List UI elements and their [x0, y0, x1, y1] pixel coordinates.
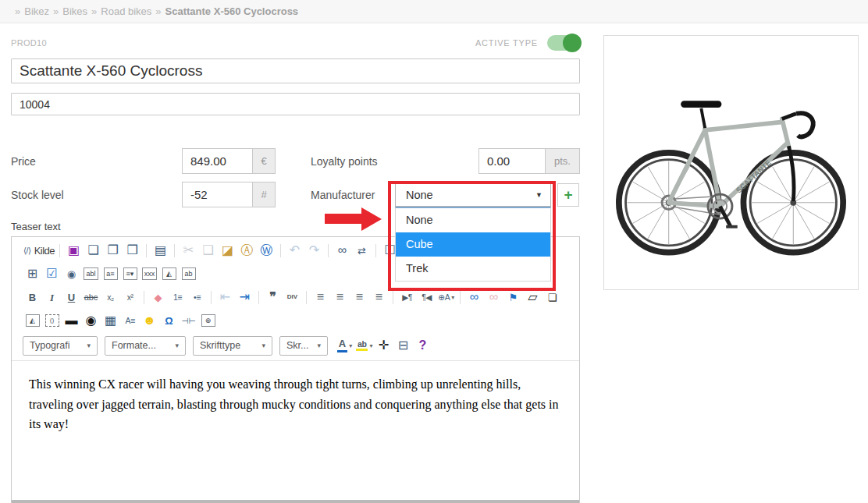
teaser-paragraph: This winning CX racer will having you we…: [29, 374, 562, 434]
stock-input[interactable]: [182, 182, 252, 207]
anchor-icon[interactable]: ⚑: [504, 289, 522, 306]
manufacturer-option-trek[interactable]: Trek: [396, 257, 550, 281]
toolbar-separator: [375, 244, 376, 257]
bg-color-icon[interactable]: ab▾: [355, 337, 373, 354]
add-manufacturer-button[interactable]: +: [557, 183, 579, 207]
replace-icon[interactable]: ⇄: [353, 242, 371, 259]
link-icon[interactable]: ∞: [465, 289, 483, 306]
paste-icon[interactable]: ◪: [219, 242, 237, 259]
special-char-icon[interactable]: Ω: [160, 312, 178, 329]
table-icon[interactable]: ▦: [101, 312, 119, 329]
manufacturer-select[interactable]: None ▼: [395, 183, 551, 207]
checkbox-icon[interactable]: ☑: [43, 265, 61, 282]
select-field-icon[interactable]: ≡▾: [121, 265, 139, 282]
button-icon[interactable]: xxx: [141, 265, 158, 282]
format-select[interactable]: Formate...▾: [105, 336, 186, 356]
numbered-list-icon[interactable]: 1≡: [169, 289, 187, 306]
manufacturer-options-panel: NoneCubeTrek: [395, 207, 551, 282]
new-page-icon[interactable]: ❏: [84, 242, 102, 259]
bike-frame-text: SCATTANTE: [735, 158, 774, 194]
textarea-icon[interactable]: a≡: [101, 265, 119, 282]
language-icon[interactable]: ⊕A▾: [437, 289, 455, 306]
price-input[interactable]: [182, 148, 252, 174]
div-container-icon[interactable]: ⟨⟩: [43, 312, 61, 329]
source-button[interactable]: ⟨/⟩Kilde: [23, 242, 55, 259]
folder-icon[interactable]: ▱: [524, 289, 542, 306]
maximize-icon[interactable]: ✛: [375, 337, 393, 354]
indent-icon[interactable]: ⇥: [236, 289, 254, 306]
toolbar-separator: [280, 244, 281, 257]
blockquote-icon[interactable]: ❞: [264, 289, 282, 306]
bullet-list-icon[interactable]: •≡: [188, 289, 206, 306]
page-break-icon[interactable]: ⊣⊢: [180, 312, 197, 329]
chevron-down-icon: ▾: [261, 342, 265, 349]
style-select[interactable]: Typografi▾: [23, 336, 98, 356]
active-type-label: ACTIVE TYPE: [475, 38, 538, 48]
size-select[interactable]: Skr...▾: [279, 336, 328, 356]
hr-icon[interactable]: A≡: [121, 312, 139, 329]
preview-icon[interactable]: ❐: [104, 242, 122, 259]
undo-icon[interactable]: ↶: [286, 242, 304, 259]
help-icon[interactable]: ?: [414, 337, 432, 354]
align-justify-icon[interactable]: ≡: [370, 289, 388, 306]
paste-word-icon[interactable]: Ⓦ: [258, 242, 276, 259]
underline-icon[interactable]: U: [62, 289, 80, 306]
editor-content[interactable]: This winning CX racer will having you we…: [12, 361, 579, 500]
form-icon[interactable]: ⊞: [23, 265, 41, 282]
toolbar-separator: [59, 244, 60, 257]
chevron-down-icon: ▾: [317, 342, 321, 349]
radio-icon[interactable]: ◉: [62, 265, 80, 282]
redo-icon[interactable]: ↷: [305, 242, 323, 259]
unlink-icon[interactable]: ∞: [485, 289, 503, 306]
div-icon[interactable]: DIV: [283, 289, 301, 306]
product-name-input[interactable]: [11, 58, 580, 83]
subscript-icon[interactable]: x₂: [101, 289, 119, 306]
loyalty-label: Loyalty points: [311, 155, 395, 168]
cut-icon[interactable]: ✂: [180, 242, 197, 259]
templates-icon[interactable]: ▤: [151, 242, 169, 259]
toolbar-separator: [258, 291, 259, 304]
manufacturer-option-none[interactable]: None: [396, 208, 550, 232]
show-blocks-icon[interactable]: ⊟: [394, 337, 412, 354]
strike-icon[interactable]: abc: [82, 289, 100, 306]
copy-icon[interactable]: ❑: [199, 242, 217, 259]
rtl-icon[interactable]: ¶◀: [418, 289, 436, 306]
manufacturer-dropdown-wrap: None ▼ NoneCubeTrek: [395, 183, 551, 207]
italic-icon[interactable]: I: [43, 289, 61, 306]
chevron-down-icon: ▾: [175, 342, 179, 349]
text-field-icon[interactable]: abl: [82, 265, 100, 282]
superscript-icon[interactable]: x²: [121, 289, 139, 306]
breadcrumb-item[interactable]: Bikes: [62, 5, 87, 17]
hidden-field-icon[interactable]: ab: [180, 265, 197, 282]
align-right-icon[interactable]: ≡: [350, 289, 368, 306]
bold-icon[interactable]: B: [23, 289, 41, 306]
manufacturer-option-cube[interactable]: Cube: [396, 232, 550, 257]
print-icon[interactable]: ❒: [123, 242, 141, 259]
remove-format-icon[interactable]: ◆: [149, 289, 167, 306]
outdent-icon[interactable]: ⇤: [216, 289, 234, 306]
ltr-icon[interactable]: ▶¶: [398, 289, 416, 306]
text-color-icon[interactable]: A▾: [336, 337, 354, 354]
chevron-down-icon: ▾: [87, 342, 91, 349]
image-button-icon[interactable]: ◭: [160, 265, 178, 282]
breadcrumb-item[interactable]: Bikez: [24, 5, 49, 17]
document-icon[interactable]: ❏: [543, 289, 561, 306]
save-icon[interactable]: ▣: [65, 242, 83, 259]
breadcrumb-separator: »: [15, 5, 20, 17]
product-number-input[interactable]: [11, 93, 580, 115]
paste-text-icon[interactable]: Ⓐ: [238, 242, 256, 259]
find-icon[interactable]: ∞: [333, 242, 351, 259]
active-toggle[interactable]: [547, 35, 580, 51]
align-center-icon[interactable]: ≡: [331, 289, 349, 306]
loyalty-input[interactable]: [478, 148, 545, 174]
iframe-icon[interactable]: ⊕: [199, 312, 217, 329]
breadcrumb-separator: »: [53, 5, 59, 17]
image-icon[interactable]: ◭: [23, 312, 41, 329]
toolbar-separator: [146, 244, 147, 257]
font-select[interactable]: Skrifttype▾: [193, 336, 272, 356]
breadcrumb-item[interactable]: Road bikes: [101, 5, 151, 17]
media-icon[interactable]: ◉: [82, 312, 100, 329]
align-left-icon[interactable]: ≡: [311, 289, 329, 306]
smiley-icon[interactable]: ☻: [141, 312, 158, 329]
flash-icon[interactable]: ▬: [62, 312, 80, 329]
